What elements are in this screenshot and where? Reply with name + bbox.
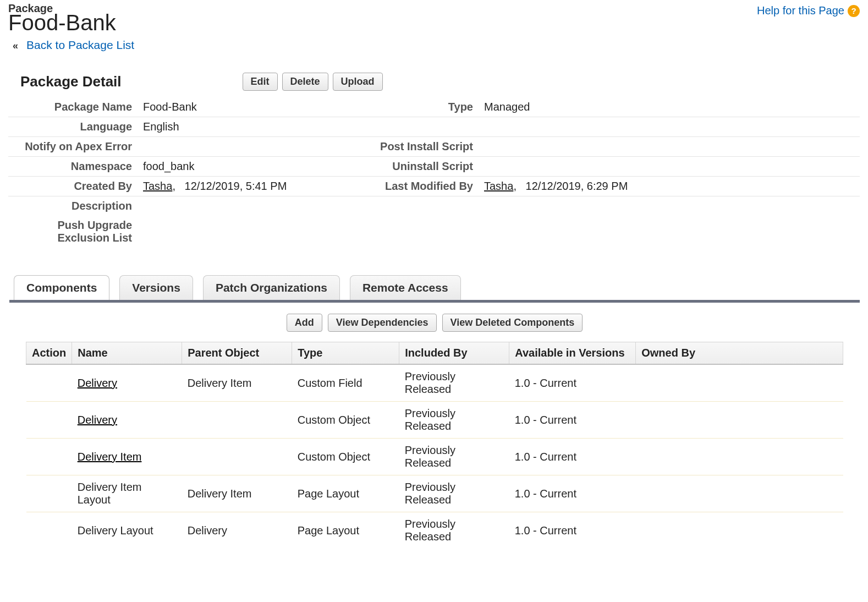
component-name-link[interactable]: Delivery [78,414,117,426]
back-link[interactable]: Back to Package List [26,39,134,51]
label-description: Description [8,196,138,216]
col-name: Name [72,342,182,365]
component-name-link[interactable]: Delivery [78,377,117,389]
label-modified-by: Last Modified By [330,177,479,196]
tab-bar: Components Versions Patch Organizations … [8,275,860,300]
add-button[interactable]: Add [287,314,322,332]
label-language: Language [8,117,138,137]
table-row: Delivery Item LayoutDelivery ItemPage La… [26,475,843,512]
label-uninstall: Uninstall Script [330,157,479,177]
modified-by-time: 12/12/2019, 6:29 PM [526,180,628,192]
cell-action [26,439,72,475]
component-name-link[interactable]: Delivery Item [78,451,142,463]
component-name: Delivery Layout [78,524,153,537]
value-modified-by: Tasha, 12/12/2019, 6:29 PM [479,177,860,196]
table-row: DeliveryCustom ObjectPreviously Released… [26,402,843,439]
cell-included: Previously Released [399,364,509,402]
cell-type: Custom Field [292,364,399,402]
cell-parent: Delivery Item [182,475,292,512]
cell-name: Delivery Item [72,439,182,475]
cell-owned [636,402,843,439]
cell-available: 1.0 - Current [509,475,636,512]
cell-included: Previously Released [399,439,509,475]
col-type: Type [292,342,399,365]
view-dependencies-button[interactable]: View Dependencies [328,314,437,332]
label-created-by: Created By [8,177,138,196]
label-post-install: Post Install Script [330,137,479,157]
cell-action [26,512,72,549]
cell-parent [182,402,292,439]
created-by-user-link[interactable]: Tasha [143,180,172,192]
label-notify: Notify on Apex Error [8,137,138,157]
tab-components[interactable]: Components [14,275,109,300]
upload-button[interactable]: Upload [333,73,383,91]
cell-action [26,402,72,439]
col-included: Included By [399,342,509,365]
cell-included: Previously Released [399,512,509,549]
value-created-by: Tasha, 12/12/2019, 5:41 PM [138,177,330,196]
modified-by-user-link[interactable]: Tasha [484,180,513,192]
tab-remote-access[interactable]: Remote Access [350,275,461,300]
cell-owned [636,439,843,475]
section-title: Package Detail [20,73,122,90]
col-owned: Owned By [636,342,843,365]
component-name: Delivery Item Layout [78,481,142,506]
cell-name: Delivery [72,402,182,439]
cell-included: Previously Released [399,402,509,439]
tab-patch-organizations[interactable]: Patch Organizations [203,275,340,300]
help-label: Help for this Page [757,4,844,17]
cell-owned [636,475,843,512]
cell-included: Previously Released [399,475,509,512]
tab-versions[interactable]: Versions [119,275,193,300]
created-by-time: 12/12/2019, 5:41 PM [185,180,287,192]
value-language: English [138,117,330,137]
value-push-exclusion [138,216,330,248]
value-namespace: food_bank [138,157,330,177]
label-package-name: Package Name [8,97,138,117]
cell-type: Custom Object [292,439,399,475]
components-table: Action Name Parent Object Type Included … [26,342,843,549]
col-available: Available in Versions [509,342,636,365]
label-namespace: Namespace [8,157,138,177]
value-description [138,196,330,216]
cell-available: 1.0 - Current [509,439,636,475]
label-type: Type [330,97,479,117]
page-title: Food-Bank [8,10,116,35]
chevron-left-icon: « [13,40,18,51]
view-deleted-button[interactable]: View Deleted Components [442,314,583,332]
help-link[interactable]: Help for this Page ? [757,4,860,17]
table-row: Delivery ItemCustom ObjectPreviously Rel… [26,439,843,475]
value-notify [138,137,330,157]
cell-parent: Delivery [182,512,292,549]
cell-available: 1.0 - Current [509,364,636,402]
value-post-install [479,137,860,157]
value-package-name: Food-Bank [138,97,330,117]
help-icon: ? [848,5,860,17]
edit-button[interactable]: Edit [243,73,278,91]
detail-table: Package Name Food-Bank Type Managed Lang… [8,97,860,248]
cell-owned [636,512,843,549]
table-row: Delivery LayoutDeliveryPage LayoutPrevio… [26,512,843,549]
value-type: Managed [479,97,860,117]
cell-action [26,475,72,512]
cell-type: Page Layout [292,475,399,512]
cell-parent [182,439,292,475]
col-parent: Parent Object [182,342,292,365]
value-uninstall [479,157,860,177]
cell-available: 1.0 - Current [509,402,636,439]
detail-button-row: Edit Delete Upload [243,73,383,91]
table-row: DeliveryDelivery ItemCustom FieldPreviou… [26,364,843,402]
cell-name: Delivery Item Layout [72,475,182,512]
col-action: Action [26,342,72,365]
cell-type: Page Layout [292,512,399,549]
label-push-exclusion: Push Upgrade Exclusion List [8,216,138,248]
cell-name: Delivery [72,364,182,402]
cell-owned [636,364,843,402]
cell-available: 1.0 - Current [509,512,636,549]
tab-panel-components: Add View Dependencies View Deleted Compo… [9,300,860,549]
delete-button[interactable]: Delete [282,73,328,91]
cell-action [26,364,72,402]
cell-parent: Delivery Item [182,364,292,402]
cell-name: Delivery Layout [72,512,182,549]
cell-type: Custom Object [292,402,399,439]
